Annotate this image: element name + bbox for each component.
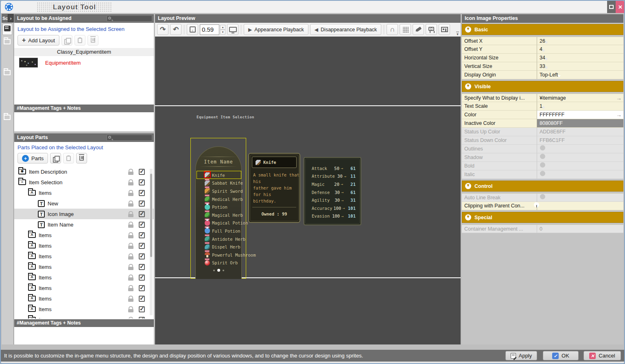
delete-part-button[interactable] bbox=[76, 153, 87, 163]
copy-part-button[interactable] bbox=[50, 153, 61, 163]
arrow-right-icon[interactable]: → bbox=[616, 119, 622, 127]
checkbox-icon[interactable] bbox=[139, 211, 145, 217]
parts-link[interactable]: Parts Placed on the Selected Layout bbox=[17, 144, 103, 150]
tree-row[interactable]: Items bbox=[14, 314, 154, 318]
checkbox-icon[interactable] bbox=[139, 285, 145, 291]
tree-row[interactable]: Item Name bbox=[14, 219, 154, 230]
add-layout-button[interactable]: + Add Layout bbox=[17, 35, 59, 46]
checkbox-icon[interactable] bbox=[139, 179, 145, 185]
lock-icon[interactable] bbox=[128, 296, 133, 302]
delete-layout-button[interactable] bbox=[87, 35, 98, 46]
tree-row[interactable]: Item Selection bbox=[14, 177, 154, 187]
checkbox-icon[interactable] bbox=[139, 232, 145, 238]
ok-button[interactable]: ✓ OK bbox=[543, 351, 579, 360]
lock-icon[interactable] bbox=[128, 211, 133, 217]
arrow-right-icon[interactable]: → bbox=[616, 94, 622, 102]
lock-icon[interactable] bbox=[128, 169, 133, 175]
folder-icon[interactable] bbox=[4, 115, 11, 120]
toolbar-overflow-button[interactable]: ▾ bbox=[456, 32, 459, 36]
checkbox-icon[interactable] bbox=[139, 296, 145, 302]
paste-layout-button[interactable] bbox=[74, 35, 85, 46]
disappearance-playback-button[interactable]: ◀ Disappearance Playback bbox=[310, 24, 382, 35]
tags-notes-area[interactable] bbox=[14, 112, 154, 131]
checkbox-icon[interactable] bbox=[139, 264, 145, 270]
property-value[interactable]: FFFFFFFF→ bbox=[537, 111, 623, 119]
fit-view-button[interactable] bbox=[187, 24, 198, 35]
layout-list-item[interactable]: EquipmentItem bbox=[14, 57, 154, 68]
tree-row[interactable]: Items bbox=[14, 272, 154, 283]
appearance-playback-button[interactable]: ▶ Appearance Playback bbox=[244, 24, 308, 35]
tree-row[interactable]: Items bbox=[14, 262, 154, 272]
tree-row[interactable]: Items bbox=[14, 240, 154, 251]
tree-row[interactable]: Items bbox=[14, 304, 154, 314]
tree-row[interactable]: Items bbox=[14, 293, 154, 304]
zoom-input[interactable]: 0.59 bbox=[200, 24, 219, 35]
section-header-special[interactable]: Special bbox=[462, 212, 623, 223]
preview-canvas[interactable]: Equipment Item Selection Item Name Knife… bbox=[155, 37, 461, 344]
monitor-button[interactable] bbox=[227, 24, 238, 35]
property-value[interactable]: 33 bbox=[537, 62, 623, 71]
parts-search-input[interactable] bbox=[107, 135, 152, 141]
undo-button[interactable]: ↶ bbox=[170, 24, 181, 35]
property-value[interactable]: 4 bbox=[537, 45, 623, 54]
airbrush-button[interactable] bbox=[413, 24, 424, 35]
paste-part-button[interactable] bbox=[63, 153, 74, 163]
lock-icon[interactable] bbox=[128, 190, 133, 196]
snap-button[interactable]: ∩ bbox=[387, 24, 398, 35]
lock-icon[interactable] bbox=[128, 317, 133, 319]
parts-tree-scrollbar[interactable] bbox=[150, 169, 153, 315]
property-value[interactable]: 26 bbox=[537, 37, 623, 45]
tree-row[interactable]: Items bbox=[14, 187, 154, 198]
property-value[interactable]: ¥itemimage→ bbox=[537, 94, 623, 102]
screen-tab[interactable] bbox=[2, 24, 12, 35]
checkbox-icon[interactable] bbox=[139, 317, 145, 319]
property-value[interactable] bbox=[537, 202, 623, 210]
lock-icon[interactable] bbox=[128, 222, 133, 228]
tree-row[interactable]: Items bbox=[14, 230, 154, 240]
camera-button[interactable] bbox=[426, 24, 437, 35]
lock-icon[interactable] bbox=[128, 306, 133, 312]
stats-part[interactable]: Attack50→61Attribute30→11Magic20→21Defen… bbox=[304, 157, 361, 225]
frame-button[interactable] bbox=[439, 24, 450, 35]
checkbox-icon[interactable] bbox=[139, 169, 145, 175]
property-value[interactable]: Top-Left bbox=[537, 71, 623, 79]
checkbox-icon[interactable] bbox=[139, 275, 145, 281]
maximize-button[interactable] bbox=[607, 1, 616, 13]
property-value[interactable]: 34 bbox=[537, 54, 623, 62]
expand-strip-button[interactable]: › bbox=[8, 14, 14, 22]
checkbox-icon[interactable] bbox=[139, 306, 145, 312]
tree-row[interactable]: New bbox=[14, 198, 154, 209]
item-list-part[interactable]: Item Name KnifeSabbat KnifeSpirit SwordM… bbox=[190, 138, 246, 279]
assigned-link[interactable]: Layout to be Assigned to the Selected Sc… bbox=[17, 26, 125, 32]
add-parts-button[interactable]: + Parts bbox=[17, 153, 48, 163]
zoom-up-button[interactable]: ▲ bbox=[220, 25, 225, 30]
lock-icon[interactable] bbox=[128, 264, 133, 270]
lock-icon[interactable] bbox=[128, 232, 133, 238]
close-button[interactable]: ✕ bbox=[616, 1, 625, 13]
lock-icon[interactable] bbox=[128, 243, 133, 249]
copy-layout-button[interactable] bbox=[61, 35, 72, 46]
section-header-control[interactable]: Control bbox=[462, 181, 623, 192]
checkbox-icon[interactable] bbox=[139, 243, 145, 249]
property-value[interactable]: 1 bbox=[537, 102, 623, 111]
assigned-search-input[interactable] bbox=[107, 15, 152, 22]
lock-icon[interactable] bbox=[128, 179, 133, 185]
redo-button[interactable]: ↷ bbox=[157, 24, 168, 35]
folder-icon[interactable] bbox=[4, 39, 11, 44]
checkbox-icon[interactable] bbox=[139, 222, 145, 228]
lock-icon[interactable] bbox=[128, 201, 133, 207]
tree-row[interactable]: Icon Image bbox=[14, 209, 154, 219]
lock-icon[interactable] bbox=[128, 285, 133, 291]
section-header-visible[interactable]: Visible bbox=[462, 81, 623, 92]
item-description-part[interactable]: Knife A small knife that his father gave… bbox=[248, 153, 300, 223]
tree-row[interactable]: Item Description bbox=[14, 166, 154, 177]
zoom-down-button[interactable]: ▼ bbox=[220, 30, 225, 35]
tree-row[interactable]: Items bbox=[14, 283, 154, 293]
tags-notes-area[interactable] bbox=[14, 327, 154, 344]
checkbox-icon[interactable] bbox=[139, 201, 145, 207]
lock-icon[interactable] bbox=[128, 253, 133, 259]
checkbox-icon[interactable] bbox=[139, 253, 145, 259]
property-value[interactable]: 808080FF→ bbox=[537, 119, 623, 128]
cancel-button[interactable]: ✕ Cancel bbox=[583, 351, 621, 360]
section-header-basic[interactable]: Basic bbox=[462, 24, 623, 35]
